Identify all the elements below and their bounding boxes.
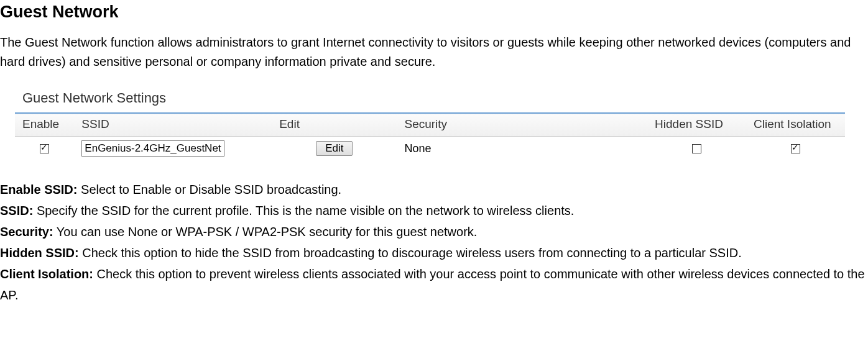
hidden-ssid-checkbox[interactable] bbox=[692, 144, 701, 153]
def-security-text: You can use None or WPA-PSK / WPA2-PSK s… bbox=[53, 225, 478, 239]
client-isolation-checkbox[interactable] bbox=[791, 144, 800, 153]
definitions: Enable SSID: Select to Enable or Disable… bbox=[0, 179, 868, 306]
edit-button[interactable]: Edit bbox=[316, 141, 353, 156]
def-enable-ssid-label: Enable SSID: bbox=[0, 183, 77, 196]
def-isolation-text: Check this option to prevent wireless cl… bbox=[0, 267, 865, 302]
col-ssid: SSID bbox=[74, 113, 272, 137]
intro-text: The Guest Network function allows admini… bbox=[0, 33, 868, 71]
page-title: Guest Network bbox=[0, 2, 868, 22]
def-ssid-label: SSID: bbox=[0, 204, 33, 217]
settings-panel-title: Guest Network Settings bbox=[15, 86, 845, 112]
col-enable: Enable bbox=[15, 113, 74, 137]
enable-checkbox[interactable] bbox=[40, 144, 49, 153]
def-isolation-label: Client Isolation: bbox=[0, 267, 93, 281]
def-ssid-text: Specify the SSID for the current profile… bbox=[33, 204, 574, 217]
guest-network-settings-panel: Guest Network Settings Enable SSID Edit … bbox=[15, 86, 845, 160]
settings-table: Enable SSID Edit Security Hidden SSID Cl… bbox=[15, 112, 845, 160]
def-hidden-text: Check this option to hide the SSID from … bbox=[79, 246, 742, 260]
table-header-row: Enable SSID Edit Security Hidden SSID Cl… bbox=[15, 113, 845, 137]
def-enable-ssid-text: Select to Enable or Disable SSID broadca… bbox=[77, 183, 341, 196]
def-security-label: Security: bbox=[0, 225, 53, 239]
def-hidden-label: Hidden SSID: bbox=[0, 246, 79, 260]
col-hidden: Hidden SSID bbox=[647, 113, 746, 137]
security-value: None bbox=[397, 137, 647, 161]
col-security: Security bbox=[397, 113, 647, 137]
col-isolation: Client Isolation bbox=[746, 113, 845, 137]
ssid-input[interactable] bbox=[81, 140, 224, 157]
col-edit: Edit bbox=[272, 113, 397, 137]
table-row: Edit None bbox=[15, 137, 845, 161]
